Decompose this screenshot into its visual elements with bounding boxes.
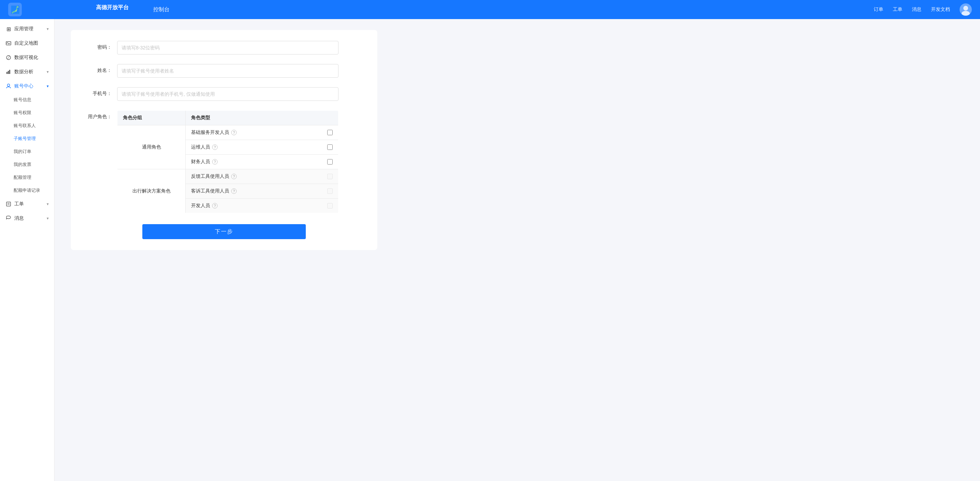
name-input[interactable] <box>117 64 339 78</box>
role-name-text: 客诉工具使用人员 <box>191 188 229 194</box>
message-arrow: ▾ <box>47 216 49 221</box>
role-row: 用户角色： 角色分组 角色类型 通用角色 <box>84 110 364 213</box>
phone-row: 手机号： <box>84 87 364 101</box>
role-name-feedback: 反馈工具使用人员 ? <box>191 174 237 180</box>
workorder-icon <box>5 201 11 207</box>
table-row: 出行解决方案角色 反馈工具使用人员 ? <box>118 169 339 184</box>
name-row: 姓名： <box>84 64 364 78</box>
next-button[interactable]: 下一步 <box>142 224 306 239</box>
sidebar-sub-quota-mgmt[interactable]: 配额管理 <box>0 171 54 184</box>
role-cell: 反馈工具使用人员 ? <box>186 169 339 184</box>
sidebar-item-data-vis[interactable]: 数据可视化 <box>0 50 54 65</box>
topnav: 🗾 高德开放平台 lbs.amap.com 控制台 订单 工单 消息 开发文档 <box>0 0 980 19</box>
sidebar-sub-my-invoice[interactable]: 我的发票 <box>0 158 54 171</box>
data-vis-icon <box>5 54 11 61</box>
help-icon-finance[interactable]: ? <box>212 159 218 164</box>
svg-point-3 <box>963 6 968 11</box>
logo-main-text: 高德开放平台 <box>80 0 145 22</box>
app-mgmt-icon: ⊞ <box>5 26 11 32</box>
help-icon-ops[interactable]: ? <box>212 145 218 150</box>
sidebar-item-label: 应用管理 <box>14 26 33 32</box>
sidebar-sub-account: 账号信息 账号权限 账号联系人 子账号管理 我的订单 我的发票 配额管理 配额申… <box>0 93 54 197</box>
phone-label: 手机号： <box>84 87 112 97</box>
role-name-text: 基础服务开发人员 <box>191 129 229 135</box>
group-travel: 出行解决方案角色 <box>118 169 186 213</box>
password-row: 密码： <box>84 41 364 54</box>
nav-devdoc[interactable]: 开发文档 <box>931 6 950 13</box>
svg-rect-11 <box>6 202 11 206</box>
role-cell: 运维人员 ? <box>186 140 339 154</box>
sidebar-item-custom-map[interactable]: 自定义地图 <box>0 36 54 50</box>
svg-rect-9 <box>9 70 10 74</box>
nav-workorder[interactable]: 工单 <box>893 6 902 13</box>
label-account-contact: 账号联系人 <box>14 123 36 129</box>
sidebar-item-account-center[interactable]: 账号中心 ▾ <box>0 79 54 93</box>
sidebar-sub-sub-account[interactable]: 子账号管理 <box>0 132 54 145</box>
sidebar-label-data-vis: 数据可视化 <box>14 54 38 61</box>
sidebar-label-account-center: 账号中心 <box>14 83 33 89</box>
sidebar-item-workorder[interactable]: 工单 ▾ <box>0 197 54 211</box>
label-quota-mgmt: 配额管理 <box>14 174 31 180</box>
sidebar-item-message[interactable]: 消息 ▾ <box>0 211 54 226</box>
sidebar-sub-quota-apply[interactable]: 配额申请记录 <box>0 184 54 197</box>
sidebar-label-custom-map: 自定义地图 <box>14 40 38 46</box>
name-label: 姓名： <box>84 64 112 73</box>
nav-message[interactable]: 消息 <box>912 6 921 13</box>
sidebar-item-data-analysis[interactable]: 数据分析 ▾ <box>0 65 54 79</box>
name-field <box>117 64 364 78</box>
phone-input[interactable] <box>117 87 339 101</box>
sidebar-sub-account-perm[interactable]: 账号权限 <box>0 106 54 119</box>
role-name-complaint: 客诉工具使用人员 ? <box>191 188 237 194</box>
help-icon-feedback[interactable]: ? <box>231 174 237 179</box>
checkbox-complaint[interactable] <box>327 188 332 194</box>
sidebar: ⊞ 应用管理 ▾ 自定义地图 数据可视化 数据分析 ▾ <box>0 19 54 481</box>
account-center-icon <box>5 83 11 89</box>
avatar[interactable] <box>959 3 972 16</box>
label-my-orders: 我的订单 <box>14 148 31 154</box>
workorder-arrow: ▾ <box>47 202 49 206</box>
svg-rect-7 <box>6 72 8 74</box>
sidebar-label-workorder: 工单 <box>14 201 24 207</box>
data-analysis-arrow: ▾ <box>47 70 49 74</box>
checkbox-ops[interactable] <box>327 145 332 150</box>
help-icon-basic-dev[interactable]: ? <box>231 130 237 135</box>
checkbox-basic-dev[interactable] <box>327 130 332 135</box>
message-icon <box>5 215 11 221</box>
label-account-info: 账号信息 <box>14 97 31 103</box>
role-name-finance: 财务人员 ? <box>191 159 218 165</box>
arrow-icon: ▾ <box>47 27 49 31</box>
avatar-icon <box>959 3 972 16</box>
label-sub-account: 子账号管理 <box>14 135 36 142</box>
password-input[interactable] <box>117 41 339 54</box>
role-name-basic-dev: 基础服务开发人员 ? <box>191 129 237 135</box>
role-name-ops: 运维人员 ? <box>191 144 218 150</box>
topnav-right: 订单 工单 消息 开发文档 <box>874 3 972 16</box>
custom-map-icon <box>5 40 11 46</box>
role-col-group: 角色分组 <box>118 111 186 125</box>
label-quota-apply: 配额申请记录 <box>14 187 40 193</box>
account-center-arrow: ▾ <box>47 84 49 89</box>
group-general: 通用角色 <box>118 125 186 169</box>
svg-text:🗾: 🗾 <box>11 5 20 14</box>
checkbox-feedback[interactable] <box>327 174 332 179</box>
checkbox-dev[interactable] <box>327 203 332 209</box>
checkbox-finance[interactable] <box>327 159 332 164</box>
logo[interactable]: 🗾 高德开放平台 lbs.amap.com <box>8 0 145 26</box>
help-icon-complaint[interactable]: ? <box>231 188 237 194</box>
next-btn-row: 下一步 <box>84 224 364 239</box>
svg-rect-8 <box>8 71 9 74</box>
password-field <box>117 41 364 54</box>
role-name-text: 反馈工具使用人员 <box>191 174 229 180</box>
table-row: 通用角色 基础服务开发人员 ? <box>118 125 339 140</box>
role-name-text: 运维人员 <box>191 144 210 150</box>
sidebar-sub-account-contact[interactable]: 账号联系人 <box>0 119 54 132</box>
password-label: 密码： <box>84 41 112 50</box>
help-icon-dev[interactable]: ? <box>212 203 218 209</box>
sidebar-sub-account-info[interactable]: 账号信息 <box>0 93 54 106</box>
nav-orders[interactable]: 订单 <box>874 6 883 13</box>
logo-icon: 🗾 <box>8 3 22 16</box>
sidebar-sub-my-orders[interactable]: 我的订单 <box>0 145 54 158</box>
role-field: 角色分组 角色类型 通用角色 基础服 <box>117 110 364 213</box>
phone-field <box>117 87 364 101</box>
role-col-type: 角色类型 <box>186 111 339 125</box>
